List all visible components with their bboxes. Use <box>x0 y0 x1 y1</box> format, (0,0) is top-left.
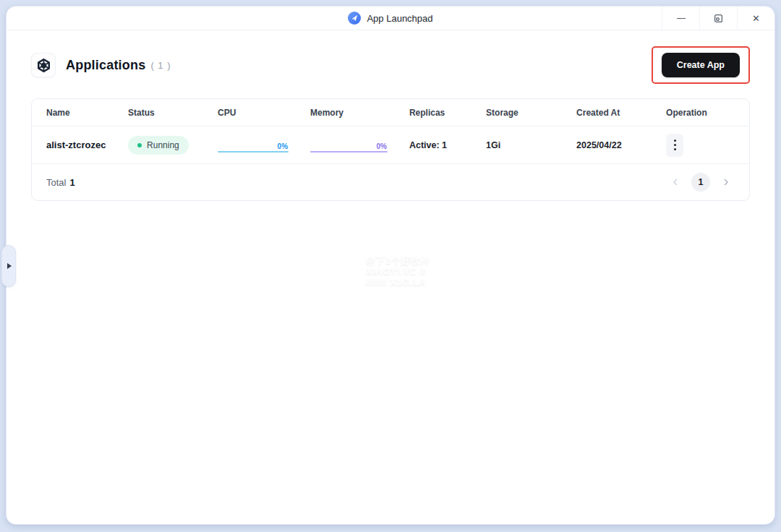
app-status-cell: Running <box>114 136 203 155</box>
memory-usage-chart: 0% <box>310 136 388 155</box>
total-count: Total1 <box>46 176 75 189</box>
close-icon: ✕ <box>752 14 760 23</box>
restore-button[interactable] <box>699 7 737 30</box>
watermark-line-3: /////// X1G.LA <box>366 277 430 288</box>
total-value: 1 <box>69 177 74 188</box>
memory-percent: 0% <box>376 142 386 150</box>
cpu-usage-chart: 0% <box>218 136 289 155</box>
hexagon-app-icon <box>36 58 51 73</box>
window-controls: ✕ <box>662 7 774 30</box>
page-header: Applications ( 1 ) Create App <box>7 30 774 95</box>
status-badge: Running <box>128 136 189 155</box>
expand-right-icon <box>7 263 12 269</box>
kebab-menu-icon <box>674 140 676 142</box>
table-header-row: Name Status CPU Memory Replicas Storage … <box>32 99 749 126</box>
cpu-chart-line <box>218 151 289 153</box>
operation-cell <box>652 134 749 157</box>
minimize-icon <box>677 18 686 19</box>
window-title: App Launchpad <box>367 13 432 24</box>
create-app-button[interactable]: Create App <box>662 53 740 77</box>
created-at-value: 2025/04/22 <box>562 140 652 150</box>
minimize-button[interactable] <box>662 7 699 30</box>
app-launchpad-icon <box>348 12 361 25</box>
total-label: Total <box>46 177 66 188</box>
applications-count: ( 1 ) <box>150 60 171 71</box>
table-row[interactable]: alist-ztcrozec Running 0% 0% Active <box>32 126 749 164</box>
red-highlight-annotation: Create App <box>652 46 750 84</box>
memory-chart-line <box>310 151 388 153</box>
column-header-name: Name <box>32 108 114 118</box>
replicas-value: Active: 1 <box>395 140 471 150</box>
app-name: alist-ztcrozec <box>32 140 114 150</box>
titlebar: App Launchpad ✕ <box>7 7 774 30</box>
more-actions-button[interactable] <box>666 134 683 157</box>
applications-table: Name Status CPU Memory Replicas Storage … <box>31 98 750 201</box>
column-header-storage: Storage <box>471 108 562 118</box>
table-footer: Total1 1 <box>32 164 749 200</box>
status-dot-icon <box>137 143 142 147</box>
sidebar-expand-toggle[interactable] <box>1 245 16 287</box>
close-button[interactable]: ✕ <box>737 7 774 30</box>
column-header-cpu: CPU <box>203 108 296 118</box>
prev-page-button[interactable] <box>668 175 683 189</box>
watermark-line-1: @下1个好软件 <box>366 255 430 266</box>
chevron-left-icon <box>671 178 680 186</box>
status-text: Running <box>147 140 179 150</box>
titlebar-center: App Launchpad <box>7 7 774 30</box>
cpu-percent: 0% <box>278 142 288 150</box>
app-window: App Launchpad ✕ <box>6 6 775 525</box>
column-header-status: Status <box>114 108 203 118</box>
pagination: 1 <box>668 173 733 192</box>
chevron-right-icon <box>722 178 730 186</box>
column-header-memory: Memory <box>296 108 395 118</box>
memory-cell: 0% <box>296 136 395 155</box>
next-page-button[interactable] <box>719 175 733 189</box>
watermark: @下1个好软件 XIAOYI.VC // /////// X1G.LA <box>366 255 430 288</box>
restore-icon <box>714 14 723 23</box>
column-header-replicas: Replicas <box>395 108 471 118</box>
applications-icon-box <box>31 53 56 77</box>
storage-value: 1Gi <box>471 140 562 150</box>
cpu-cell: 0% <box>203 136 296 155</box>
column-header-created-at: Created At <box>562 108 652 118</box>
page-number-button[interactable]: 1 <box>691 173 710 192</box>
column-header-operation: Operation <box>652 108 749 118</box>
page-title: Applications <box>66 58 145 73</box>
watermark-line-2: XIAOYI.VC // <box>366 266 430 277</box>
